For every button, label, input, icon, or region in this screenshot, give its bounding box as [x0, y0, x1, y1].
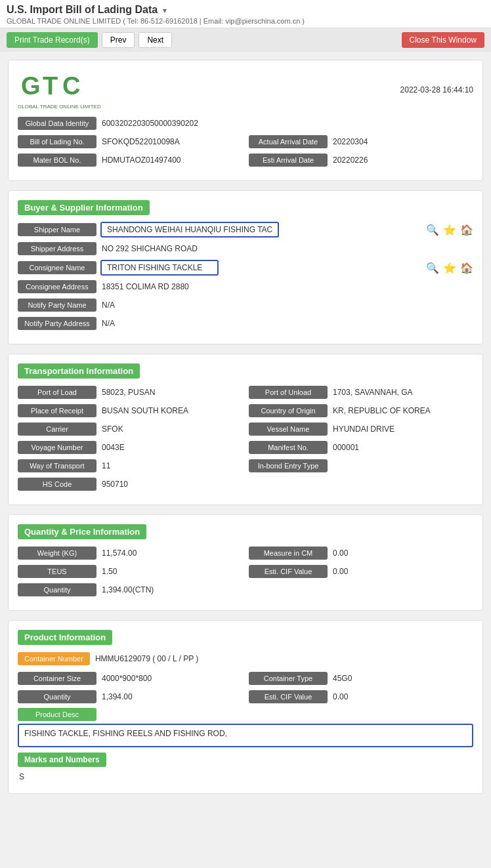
voyage-value: 0043E	[96, 440, 242, 455]
manifest-value: 000001	[328, 440, 473, 455]
shipper-address-row: Shipper Address NO 292 SHICHANG ROAD	[18, 241, 473, 256]
esti-cif-label: Esti. CIF Value	[249, 565, 328, 578]
global-data-row: Global Data Identity 6003202203050000390…	[18, 116, 473, 131]
notify-name-label: Notify Party Name	[18, 299, 96, 312]
star-icon[interactable]: ⭐	[443, 224, 456, 236]
voyage-label: Voyage Number	[18, 441, 96, 454]
quantity-row: Quantity 1,394.00(CTN)	[18, 583, 473, 597]
search-icon[interactable]: 🔍	[426, 224, 439, 236]
way-label: Way of Transport	[18, 459, 96, 472]
weight-measure-row: Weight (KG) 11,574.00 Measure in CM 0.00	[18, 546, 473, 560]
product-quantity-label: Quantity	[18, 690, 96, 703]
hs-label: HS Code	[18, 478, 96, 491]
consignee-name-row: Consignee Name TRITON FISHING TACKLE 🔍 ⭐…	[18, 260, 473, 276]
content-area: G T C GLOBAL TRADE ONLINE LIMITED 2022-0…	[0, 52, 491, 811]
port-unload-value: 1703, SAVANNAH, GA	[328, 385, 473, 400]
container-number-label: Container Number	[18, 652, 90, 665]
teus-cif-row: TEUS 1.50 Esti. CIF Value 0.00	[18, 564, 473, 579]
consignee-star-icon[interactable]: ⭐	[443, 262, 456, 274]
hs-code-row: HS Code 950710	[18, 477, 473, 491]
product-title: Product Information	[18, 630, 112, 645]
next-button[interactable]: Next	[139, 32, 172, 48]
buyer-supplier-title: Buyer & Supplier Information	[18, 200, 150, 215]
page-title: U.S. Import Bill of Lading Data	[7, 4, 158, 15]
consignee-address-label: Consignee Address	[18, 280, 96, 293]
marks-label: Marks and Numbers	[18, 753, 106, 767]
way-value: 11	[96, 459, 242, 473]
shipper-name-row: Shipper Name SHANDONG WEIHAI HUANQIU FIS…	[18, 222, 473, 238]
product-esti-cif-value: 0.00	[328, 690, 473, 704]
master-value: HDMUTAOZ01497400	[96, 153, 242, 167]
voyage-manifest-row: Voyage Number 0043E Manifest No. 000001	[18, 440, 473, 455]
marks-section: Marks and Numbers S	[18, 747, 473, 784]
product-esti-cif-label: Esti. CIF Value	[249, 690, 328, 703]
notify-address-label: Notify Party Address	[18, 317, 96, 330]
master-label: Mater BOL No.	[18, 154, 96, 167]
home-icon[interactable]: 🏠	[460, 224, 473, 236]
svg-text:T: T	[43, 72, 58, 100]
consignee-name-value: TRITON FISHING TACKLE	[100, 260, 219, 276]
close-button[interactable]: Close This Window	[402, 32, 484, 48]
carrier-label: Carrier	[18, 423, 96, 436]
notify-name-row: Notify Party Name N/A	[18, 298, 473, 312]
carrier-vessel-row: Carrier SFOK Vessel Name HYUNDAI DRIVE	[18, 422, 473, 436]
global-data-label: Global Data Identity	[18, 117, 96, 130]
consignee-address-value: 18351 COLIMA RD 2880	[96, 279, 473, 294]
timestamp: 2022-03-28 16:44:10	[400, 85, 473, 94]
transport-card: Transportation Information Port of Load …	[8, 354, 483, 505]
subtitle: GLOBAL TRADE ONLINE LIMITED ( Tel: 86-51…	[7, 17, 484, 25]
inbond-label: In-bond Entry Type	[249, 459, 328, 472]
product-desc-label: Product Desc	[18, 708, 96, 721]
toolbar: Print Trade Record(s) Prev Next Close Th…	[0, 28, 491, 52]
container-type-label: Container Type	[249, 672, 328, 685]
company-logo: G T C	[18, 70, 90, 102]
buyer-supplier-card: Buyer & Supplier Information Shipper Nam…	[8, 190, 483, 344]
shipper-name-value: SHANDONG WEIHAI HUANQIU FISHING TAC	[100, 222, 279, 238]
global-data-value: 6003202203050000390202	[96, 116, 473, 131]
quantity-price-title: Quantity & Price Information	[18, 524, 146, 539]
container-number-value: HMMU6129079 ( 00 / L / PP )	[90, 651, 473, 666]
teus-label: TEUS	[18, 565, 96, 578]
print-button[interactable]: Print Trade Record(s)	[7, 32, 98, 48]
place-receipt-label: Place of Receipt	[18, 404, 96, 417]
consignee-search-icon[interactable]: 🔍	[426, 262, 439, 274]
bol-label: Bill of Lading No.	[18, 135, 96, 148]
measure-value: 0.00	[328, 546, 473, 560]
esti-cif-value: 0.00	[328, 564, 473, 579]
svg-text:C: C	[62, 72, 80, 100]
container-size-type-row: Container Size 4000*900*800 Container Ty…	[18, 671, 473, 686]
consignee-home-icon[interactable]: 🏠	[460, 262, 473, 274]
port-unload-label: Port of Unload	[249, 386, 328, 399]
quantity-price-card: Quantity & Price Information Weight (KG)…	[8, 514, 483, 611]
weight-value: 11,574.00	[96, 546, 242, 560]
way-inbond-row: Way of Transport 11 In-bond Entry Type	[18, 459, 473, 473]
shipper-address-value: NO 292 SHICHANG ROAD	[96, 241, 473, 256]
bol-value: SFOKQD522010098A	[96, 134, 242, 149]
notify-address-value: N/A	[96, 316, 473, 331]
title-arrow[interactable]: ▾	[163, 6, 167, 15]
product-card: Product Information Container Number HMM…	[8, 620, 483, 794]
prev-button[interactable]: Prev	[102, 32, 135, 48]
notify-name-value: N/A	[96, 298, 473, 312]
country-label: Country of Origin	[249, 404, 328, 417]
quantity-value: 1,394.00(CTN)	[96, 583, 473, 597]
container-size-value: 4000*900*800	[96, 671, 242, 686]
shipper-address-label: Shipper Address	[18, 242, 96, 255]
consignee-icons: 🔍 ⭐ 🏠	[426, 262, 473, 274]
bol-row: Bill of Lading No. SFOKQD522010098A Actu…	[18, 134, 473, 149]
port-load-value: 58023, PUSAN	[96, 385, 242, 400]
vessel-value: HYUNDAI DRIVE	[328, 422, 473, 436]
manifest-label: Manifest No.	[249, 441, 328, 454]
inbond-value	[328, 463, 473, 468]
master-bol-row: Mater BOL No. HDMUTAOZ01497400 Esti Arri…	[18, 153, 473, 167]
svg-text:G: G	[21, 72, 41, 100]
arrival-label: Actual Arrival Date	[249, 135, 328, 148]
container-type-value: 45G0	[328, 671, 473, 686]
consignee-name-label: Consignee Name	[18, 261, 96, 274]
container-number-row: Container Number HMMU6129079 ( 00 / L / …	[18, 651, 473, 666]
carrier-value: SFOK	[96, 422, 242, 436]
product-quantity-value: 1,394.00	[96, 690, 242, 704]
container-size-label: Container Size	[18, 672, 96, 685]
country-value: KR, REPUBLIC OF KOREA	[328, 403, 473, 418]
measure-label: Measure in CM	[249, 547, 328, 560]
